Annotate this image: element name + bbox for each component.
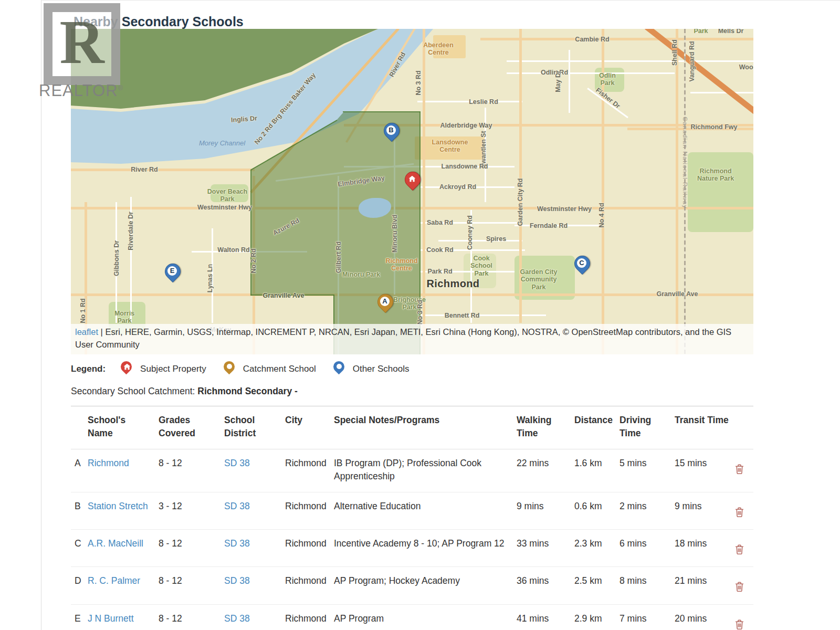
map-label: No 3 Rd: [416, 300, 424, 324]
school-name-link[interactable]: Richmond: [88, 458, 129, 468]
map-label: Park Rd: [427, 268, 452, 275]
map-label: Cambie Rd: [575, 36, 609, 43]
map-attribution: leaflet | Esri, HERE, Garmin, USGS, Inte…: [71, 324, 753, 354]
realtor-logo-r: R: [59, 14, 104, 71]
transit-time: 21 mins: [675, 567, 735, 596]
marker-letter: C: [577, 258, 586, 268]
column-header: School's Name: [88, 406, 159, 449]
delete-school-button[interactable]: [735, 459, 744, 476]
walking-time: 36 mins: [517, 567, 574, 596]
map-label: Ferndale Rd: [530, 222, 568, 229]
map-label: Cook School Park: [466, 255, 497, 277]
map-label: Richmond Centre: [380, 257, 423, 272]
map-label: Minoru Park: [342, 271, 380, 278]
school-marker-C[interactable]: C: [574, 255, 590, 276]
column-header: Distance: [574, 406, 620, 435]
school-letter: E: [71, 605, 88, 630]
walking-time: 22 mins: [517, 449, 574, 478]
legend-item-label: Subject Property: [140, 364, 206, 374]
school-name-link[interactable]: R. C. Palmer: [88, 575, 140, 586]
richmond-nature-park-area: [688, 152, 753, 232]
map-label: Dover Beach Park: [206, 188, 249, 203]
map-label: Saba Rd: [427, 219, 453, 226]
map-road: [417, 314, 546, 316]
map-label: No 3 Rd: [415, 70, 422, 95]
delete-school-button[interactable]: [735, 614, 744, 630]
map-road: [569, 50, 570, 113]
column-header: Driving Time: [620, 406, 675, 449]
column-header: Grades Covered: [159, 406, 224, 449]
leaflet-link[interactable]: leaflet: [75, 327, 98, 337]
map-label: Richmond Fwy: [691, 123, 738, 131]
city: Richmond: [285, 449, 334, 478]
walking-time: 33 mins: [517, 530, 574, 559]
distance: 0.6 km: [574, 492, 620, 521]
map-label: Odlin Park: [596, 72, 619, 87]
legend-item-label: Catchment School: [243, 364, 316, 374]
map-label: Park: [694, 29, 708, 35]
map-label: Shell Rd: [671, 39, 678, 66]
delete-school-button[interactable]: [735, 576, 744, 593]
legend-item-label: Other Schools: [353, 364, 410, 374]
map-label: Morey Channel: [199, 139, 245, 147]
school-letter: A: [71, 449, 88, 478]
legend-caption: Legend:: [71, 364, 106, 374]
school-letter: C: [71, 530, 88, 559]
map-road: [690, 92, 753, 93]
city: Richmond: [285, 567, 334, 596]
legend-item-subject: Subject Property: [120, 360, 206, 378]
school-name-link[interactable]: A.R. MacNeill: [88, 538, 143, 549]
trash-icon: [735, 623, 744, 630]
trash-icon: [735, 585, 744, 593]
school-district-link[interactable]: SD 38: [224, 613, 250, 624]
distance: 2.9 km: [574, 605, 620, 630]
driving-time: 5 mins: [620, 449, 675, 478]
school-name-link[interactable]: J N Burnett: [88, 613, 134, 624]
trash-icon: [735, 468, 744, 476]
school-district-link[interactable]: SD 38: [224, 575, 250, 586]
map-label: Minoru Blvd: [391, 215, 398, 253]
map-label: Vanguard Rd: [688, 41, 696, 81]
attribution-text: Esri, HERE, Garmin, USGS, Intermap, INCR…: [75, 327, 731, 349]
school-letter: B: [71, 492, 88, 521]
school-district-link[interactable]: SD 38: [224, 501, 250, 511]
school-district-link[interactable]: SD 38: [224, 458, 250, 468]
walking-time: 41 mins: [517, 605, 574, 630]
map-label: May Dr: [554, 70, 562, 92]
table-row: ARichmond8 - 12SD 38RichmondIB Program (…: [71, 449, 753, 492]
marker-letter: E: [167, 266, 177, 276]
transit-time: 9 mins: [675, 492, 735, 521]
school-letter: D: [71, 567, 88, 596]
transit-time: 18 mins: [675, 530, 735, 559]
subject-property-marker[interactable]: [404, 171, 420, 192]
map-label: Richmond Nature Park: [691, 167, 740, 183]
special-notes: Alternative Education: [334, 492, 517, 521]
delete-school-button[interactable]: [735, 502, 744, 519]
school-name-link[interactable]: Station Stretch: [88, 501, 148, 511]
schools-map[interactable]: Inglis DrMorey ChannelNo 2 Rd Brg Russ B…: [71, 29, 753, 354]
school-marker-B[interactable]: B: [383, 122, 399, 143]
city: Richmond: [285, 605, 334, 630]
map-label: Canadian National Railway: [682, 117, 688, 209]
column-header: City: [285, 406, 334, 435]
map-road: [438, 240, 522, 242]
legend-item-other: Other Schools: [333, 360, 410, 378]
map-label: Westminster Hwy: [537, 205, 592, 213]
transit-time: 15 mins: [675, 449, 735, 478]
school-district-link[interactable]: SD 38: [224, 538, 250, 549]
map-label: Richmond: [427, 278, 480, 290]
transit-time: 20 mins: [675, 605, 735, 630]
page-top-divider: [41, 0, 840, 1]
column-header: School District: [224, 406, 285, 449]
driving-time: 6 mins: [620, 530, 675, 559]
map-label: Gibbons Dr: [113, 240, 120, 276]
delete-school-button[interactable]: [735, 539, 744, 556]
special-notes: AP Program; Hockey Academy: [334, 567, 517, 596]
table-row: DR. C. Palmer8 - 12SD 38RichmondAP Progr…: [71, 566, 753, 604]
school-marker-A[interactable]: A: [377, 293, 393, 314]
map-label: No 1 Rd: [79, 298, 87, 323]
table-header-row: School's NameGrades CoveredSchool Distri…: [71, 406, 753, 449]
column-header: Special Notes/Programs: [334, 406, 517, 435]
trash-icon: [735, 548, 744, 556]
school-marker-E[interactable]: E: [164, 262, 180, 284]
